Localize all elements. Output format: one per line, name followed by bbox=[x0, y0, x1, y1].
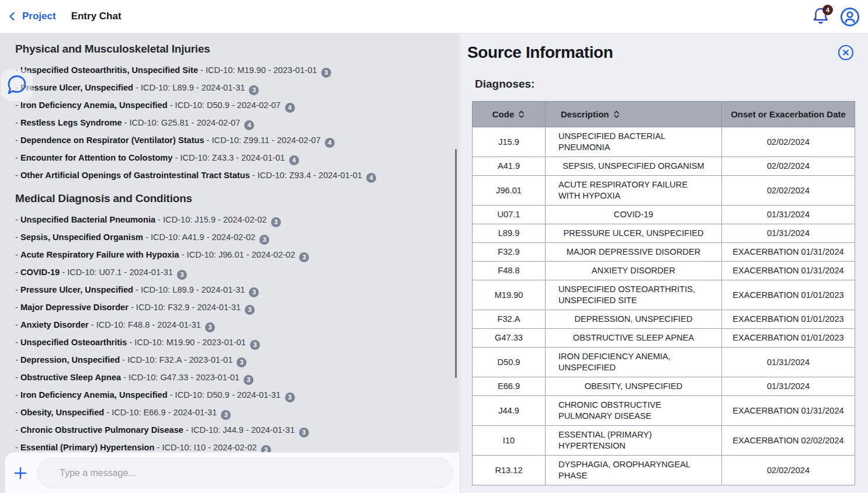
source-count-badge[interactable]: 4 bbox=[325, 138, 335, 148]
breadcrumb-project-link[interactable]: Project bbox=[22, 11, 56, 22]
bullet: - bbox=[15, 338, 20, 347]
source-count-badge[interactable]: 4 bbox=[289, 155, 299, 165]
source-count-badge[interactable]: 3 bbox=[245, 305, 255, 315]
diagnosis-list-item: - Dependence on Respirator (Ventilator) … bbox=[15, 131, 453, 149]
diagnosis-meta: - ICD-10: F32.9 - 2024-01-31 bbox=[129, 303, 243, 312]
source-count-badge[interactable]: 3 bbox=[244, 375, 254, 385]
message-input[interactable] bbox=[37, 457, 453, 488]
user-avatar-icon[interactable] bbox=[840, 7, 860, 27]
bullet: - bbox=[15, 215, 20, 224]
diagnosis-name: Restless Legs Syndrome bbox=[20, 118, 122, 127]
cell-code: F32.9 bbox=[473, 243, 546, 262]
cell-description: CHRONIC OBSTRUCTIVE PULMONARY DISEASE bbox=[546, 396, 722, 426]
column-header-code[interactable]: Code bbox=[473, 102, 546, 127]
diagnosis-meta: - ICD-10: F48.8 - 2024-01-31 bbox=[89, 320, 203, 329]
cell-date: 01/31/2024 bbox=[722, 348, 855, 377]
cell-description: DYSPHAGIA, OROPHARYNGEAL PHASE bbox=[546, 456, 722, 485]
cell-code: J96.01 bbox=[473, 176, 546, 206]
table-row: A41.9SEPSIS, UNSPECIFIED ORGANISM02/02/2… bbox=[473, 157, 855, 176]
source-count-badge[interactable]: 3 bbox=[259, 235, 269, 245]
diagnosis-name: Depression, Unspecified bbox=[20, 355, 120, 364]
diagnosis-meta: - ICD-10: Z93.4 - 2024-01-01 bbox=[250, 171, 364, 180]
diagnosis-meta: - ICD-10: I10 - 2024-02-02 bbox=[154, 443, 259, 452]
diagnosis-list-item: - Unspecified Bacterial Pneumonia - ICD-… bbox=[15, 211, 453, 228]
source-count-badge[interactable]: 3 bbox=[205, 322, 215, 332]
cell-code: E66.9 bbox=[473, 377, 546, 396]
diagnosis-meta: - ICD-10: D50.9 - 2024-01-31 bbox=[168, 390, 283, 400]
source-count-badge[interactable]: 3 bbox=[299, 252, 309, 262]
description-text: OBSTRUCTIVE SLEEP APNEA bbox=[573, 332, 694, 343]
diagnosis-name: Major Depressive Disorder bbox=[20, 303, 129, 312]
cell-description: OBSTRUCTIVE SLEEP APNEA bbox=[546, 329, 722, 348]
table-row: J44.9CHRONIC OBSTRUCTIVE PULMONARY DISEA… bbox=[473, 396, 855, 426]
diagnosis-name: Other Artificial Openings of Gastrointes… bbox=[20, 171, 250, 180]
source-count-badge[interactable]: 3 bbox=[299, 428, 309, 438]
diagnosis-list-item: - Encounter for Attention to Colostomy -… bbox=[15, 149, 453, 166]
diagnosis-meta: - ICD-10: A41.9 - 2024-02-02 bbox=[143, 232, 258, 242]
table-row: F32.9MAJOR DEPRESSIVE DISORDEREXACERBATI… bbox=[473, 243, 855, 262]
diagnosis-name: Pressure Ulcer, Unspecified bbox=[20, 83, 133, 92]
table-row: J96.01ACUTE RESPIRATORY FAILURE WITH HYP… bbox=[473, 176, 855, 206]
panel-title: Source Information bbox=[467, 43, 868, 63]
description-text: OBESITY, UNSPECIFIED bbox=[585, 381, 683, 392]
description-text: IRON DEFICIENCY ANEMIA, UNSPECIFIED bbox=[558, 351, 709, 373]
diagnosis-meta: - ICD-10: Z99.11 - 2024-02-07 bbox=[204, 136, 323, 145]
cell-code: J15.9 bbox=[473, 127, 546, 157]
source-count-badge[interactable]: 4 bbox=[244, 120, 254, 130]
cell-date: 01/31/2024 bbox=[722, 206, 855, 224]
diagnosis-list-item: - Obesity, Unspecified - ICD-10: E66.9 -… bbox=[15, 404, 453, 421]
bullet: - bbox=[15, 268, 20, 277]
diagnosis-name: Obesity, Unspecified bbox=[20, 408, 104, 417]
add-attachment-button[interactable] bbox=[13, 466, 27, 480]
column-header-onset-or-exacerbation-date: Onset or Exacerbation Date bbox=[722, 102, 855, 127]
source-count-badge[interactable]: 4 bbox=[285, 103, 295, 113]
source-count-badge[interactable]: 3 bbox=[321, 68, 331, 78]
column-header-description[interactable]: Description bbox=[546, 102, 722, 127]
diagnosis-list-item: - Unspecified Osteoarthritis - ICD-10: M… bbox=[15, 334, 453, 351]
description-text: UNSPECIFIED BACTERIAL PNEUMONIA bbox=[558, 131, 709, 153]
diagnosis-list-item: - Other Artificial Openings of Gastroint… bbox=[15, 166, 453, 184]
back-button[interactable] bbox=[7, 11, 18, 22]
cell-code: U07.1 bbox=[473, 206, 546, 224]
description-text: SEPSIS, UNSPECIFIED ORGANISM bbox=[563, 161, 704, 172]
message-composer bbox=[5, 452, 459, 493]
diagnosis-list-item: - Iron Deficiency Anemia, Unspecified - … bbox=[15, 386, 453, 404]
source-count-badge[interactable]: 3 bbox=[221, 410, 231, 420]
source-count-badge[interactable]: 3 bbox=[250, 340, 260, 350]
chat-section: Physical and Musculoskeletal Injuries - … bbox=[15, 41, 453, 184]
diagnosis-name: COVID-19 bbox=[20, 268, 60, 277]
cell-date: EXACERBATION 01/31/2024 bbox=[722, 396, 855, 426]
bullet: - bbox=[15, 373, 20, 382]
top-bar: Project Entry Chat 4 bbox=[0, 0, 868, 33]
notifications-button[interactable]: 4 bbox=[812, 6, 832, 28]
source-count-badge[interactable]: 3 bbox=[285, 393, 295, 402]
bullet: - bbox=[15, 390, 20, 400]
cell-description: PRESSURE ULCER, UNSPECIFIED bbox=[546, 224, 722, 243]
description-text: COVID-19 bbox=[614, 209, 653, 220]
table-header-row: CodeDescriptionOnset or Exacerbation Dat… bbox=[473, 102, 855, 127]
cell-code: L89.9 bbox=[473, 224, 546, 243]
close-panel-button[interactable] bbox=[838, 44, 854, 61]
table-row: U07.1COVID-1901/31/2024 bbox=[473, 206, 855, 224]
diagnosis-name: Unspecified Osteoarthritis, Unspecified … bbox=[20, 65, 198, 75]
diagnosis-name: Chronic Obstructive Pulmonary Disease bbox=[20, 425, 183, 435]
source-count-badge[interactable]: 3 bbox=[249, 85, 259, 95]
cell-description: DEPRESSION, UNSPECIFIED bbox=[546, 310, 722, 329]
close-icon bbox=[843, 50, 848, 55]
table-row: E66.9OBESITY, UNSPECIFIED01/31/2024 bbox=[473, 377, 855, 396]
diagnosis-meta: - ICD-10: J44.9 - 2024-01-31 bbox=[183, 425, 297, 435]
diagnosis-list-item: - Major Depressive Disorder - ICD-10: F3… bbox=[15, 298, 453, 316]
cell-code: F32.A bbox=[473, 310, 546, 329]
source-count-badge[interactable]: 3 bbox=[237, 357, 246, 367]
source-count-badge[interactable]: 4 bbox=[366, 173, 376, 183]
source-count-badge[interactable]: 3 bbox=[249, 287, 259, 297]
source-count-badge[interactable]: 3 bbox=[177, 270, 187, 280]
diagnosis-meta: - ICD-10: L89.9 - 2024-01-31 bbox=[133, 83, 248, 92]
chat-bubble-icon[interactable] bbox=[5, 73, 29, 99]
source-count-badge[interactable]: 3 bbox=[271, 217, 281, 227]
bullet: - bbox=[15, 153, 20, 162]
cell-code: F48.8 bbox=[473, 262, 546, 280]
chat-scrollbar[interactable] bbox=[455, 149, 457, 378]
column-label: Onset or Exacerbation Date bbox=[731, 109, 846, 119]
cell-date: EXACERBATION 01/01/2023 bbox=[722, 280, 855, 310]
